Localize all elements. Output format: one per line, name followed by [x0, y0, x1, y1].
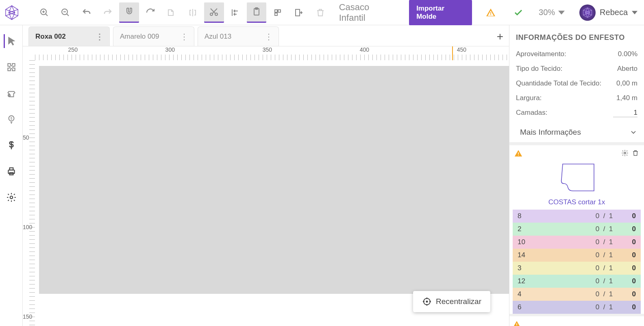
mirror-icon[interactable] — [183, 2, 202, 23]
size-row[interactable]: 60 / 10 — [513, 301, 641, 314]
svg-point-3 — [210, 13, 213, 15]
avatar — [579, 4, 596, 21]
panel-title: INFORMAÇÕES DO ENFESTO — [509, 25, 644, 47]
info-largura: Largura: 1,40 m — [509, 91, 644, 105]
svg-text:$: $ — [10, 116, 12, 120]
size-count: 0 — [624, 275, 641, 288]
zoom-in-icon[interactable] — [34, 2, 54, 23]
ruler-vertical: 50100150 — [23, 60, 35, 326]
check-icon[interactable] — [509, 2, 528, 23]
canvas[interactable]: 250300350400450 50100150 Recentralizar — [23, 46, 509, 326]
size-count: 0 — [624, 262, 641, 275]
ruler-tick-label: 350 — [263, 46, 272, 53]
size-label: 4 — [513, 288, 584, 301]
more-info-label: Mais Informações — [520, 128, 581, 137]
info-value: 0,00 m — [616, 79, 637, 88]
warning-icon[interactable] — [481, 2, 500, 23]
top-toolbar: Casaco Infantil Importar Molde 30% Rebec… — [0, 0, 644, 25]
size-row[interactable]: 140 / 10 — [513, 249, 641, 262]
size-count: 0 — [624, 210, 641, 223]
tab-bar: Roxa 002⋮Amarelo 009⋮Azul 013⋮ + — [23, 25, 509, 46]
ruler-tick-label: 250 — [68, 46, 78, 53]
size-row[interactable]: 120 / 10 — [513, 275, 641, 288]
size-label: 6 — [513, 301, 584, 314]
zoom-dropdown[interactable]: 30% — [539, 8, 565, 17]
size-progress: 0 / 1 — [584, 288, 624, 301]
piece-name: COSTAS cortar 1x — [513, 196, 641, 210]
svg-rect-13 — [9, 168, 13, 170]
size-label: 12 — [513, 275, 584, 288]
warning-icon — [513, 323, 521, 326]
info-label: Aproveitamento: — [516, 50, 566, 58]
gear-icon[interactable] — [4, 190, 18, 204]
info-value: 1,40 m — [616, 94, 637, 102]
add-tab-button[interactable]: + — [497, 30, 503, 43]
puzzle-icon[interactable] — [4, 60, 18, 74]
piece-card: COSTAS cortar 1x 80 / 1020 / 10100 / 101… — [509, 143, 644, 314]
more-info-toggle[interactable]: Mais Informações — [509, 120, 644, 143]
idea-cost-icon[interactable]: $ — [4, 112, 18, 126]
undo-icon[interactable] — [77, 2, 96, 23]
refresh-icon[interactable] — [141, 2, 160, 23]
info-label: Largura: — [516, 94, 542, 102]
size-progress: 0 / 1 — [584, 210, 624, 223]
gear-icon[interactable] — [621, 149, 629, 159]
size-count: 0 — [624, 301, 641, 314]
export-icon[interactable] — [289, 2, 309, 23]
ruler-tick-label: 50 — [23, 134, 29, 141]
info-camadas: Camadas: — [509, 105, 644, 120]
tab-roxa-002[interactable]: Roxa 002⋮ — [28, 26, 110, 46]
zoom-value: 30% — [539, 8, 555, 17]
size-progress: 0 / 1 — [584, 249, 624, 262]
info-aproveitamento: Aproveitamento: 0.00% — [509, 47, 644, 61]
fold-icon[interactable] — [162, 2, 181, 23]
svg-point-15 — [10, 196, 13, 199]
info-value: Aberto — [617, 65, 637, 73]
recenter-button[interactable]: Recentralizar — [413, 291, 490, 312]
print-icon[interactable] — [4, 164, 18, 178]
left-sidebar: $ — [0, 25, 23, 326]
tab-azul-013[interactable]: Azul 013⋮ — [198, 26, 279, 46]
ruler-tick-label: 400 — [360, 46, 369, 53]
tab-menu-icon[interactable]: ⋮ — [262, 32, 275, 42]
trash-icon[interactable] — [311, 2, 330, 23]
import-mold-button[interactable]: Importar Molde — [409, 0, 472, 26]
size-row[interactable]: 30 / 10 — [513, 262, 641, 275]
chevron-down-icon — [558, 9, 565, 16]
tab-menu-icon[interactable]: ⋮ — [178, 32, 191, 42]
tab-menu-icon[interactable]: ⋮ — [93, 32, 106, 42]
fabric-area[interactable] — [39, 66, 509, 294]
info-label: Quantidade Total de Tecido: — [516, 79, 601, 88]
size-progress: 0 / 1 — [584, 223, 624, 236]
align-left-icon[interactable] — [226, 2, 245, 23]
user-menu[interactable]: Rebeca — [579, 4, 641, 21]
info-value: 0.00% — [618, 50, 637, 58]
size-row[interactable]: 40 / 10 — [513, 288, 641, 301]
size-row[interactable]: 100 / 10 — [513, 236, 641, 249]
layers-input[interactable] — [613, 109, 637, 117]
size-row[interactable]: 20 / 10 — [513, 223, 641, 236]
dollar-icon[interactable] — [4, 138, 18, 152]
redo-icon[interactable] — [98, 2, 117, 23]
svg-point-4 — [215, 13, 218, 15]
size-count: 0 — [624, 288, 641, 301]
trash-icon[interactable] — [632, 149, 639, 159]
size-progress: 0 / 1 — [584, 275, 624, 288]
size-count: 0 — [624, 223, 641, 236]
select-tool-icon[interactable] — [4, 34, 17, 48]
tab-label: Azul 013 — [205, 33, 231, 41]
size-label: 8 — [513, 210, 584, 223]
app-logo[interactable] — [3, 4, 20, 22]
tab-amarelo-009[interactable]: Amarelo 009⋮ — [113, 26, 194, 46]
size-count: 0 — [624, 249, 641, 262]
magnet-icon[interactable] — [119, 2, 139, 23]
zoom-out-icon[interactable] — [56, 2, 75, 23]
clipboard-icon[interactable] — [247, 2, 266, 23]
svg-point-17 — [426, 301, 428, 302]
size-row[interactable]: 80 / 10 — [513, 210, 641, 223]
lock-shirt-icon[interactable] — [4, 86, 18, 100]
size-label: 2 — [513, 223, 584, 236]
cut-icon[interactable] — [204, 2, 224, 23]
pieces-icon[interactable] — [268, 2, 287, 23]
info-label: Camadas: — [516, 109, 547, 117]
